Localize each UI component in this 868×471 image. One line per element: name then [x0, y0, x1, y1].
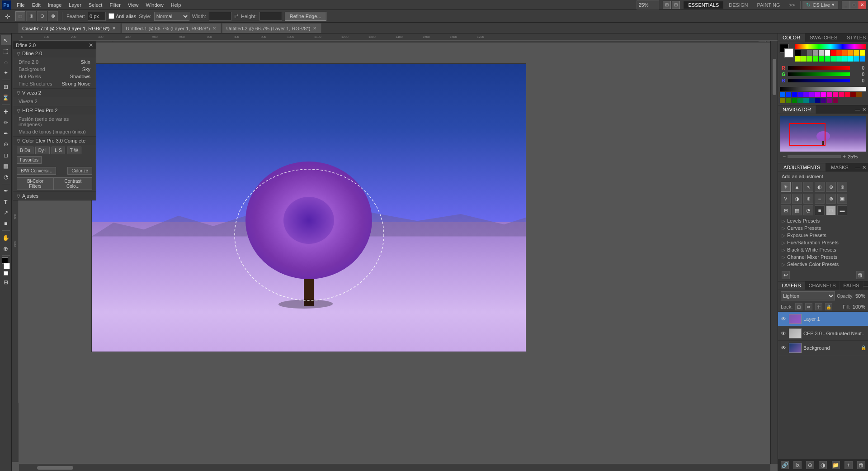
colorize-button[interactable]: Colorize	[67, 167, 92, 175]
eraser-tool[interactable]: ◻	[1, 150, 11, 160]
swatch-cccccc[interactable]	[819, 50, 824, 56]
zoom-tool[interactable]: ⊕	[1, 243, 11, 253]
layer-new-button[interactable]: +	[844, 461, 853, 469]
nav-panel-collapse[interactable]: —	[855, 107, 860, 112]
color-tab[interactable]: COLOR	[778, 33, 805, 42]
adj-channelmixer-icon[interactable]: ≡	[815, 194, 825, 204]
swatch-row-0000ff[interactable]	[792, 92, 797, 97]
swatch-row-ff0033[interactable]	[844, 92, 850, 97]
adj-preset-hue[interactable]: ▷ Hue/Saturation Presets	[778, 239, 868, 246]
colorefex-tab-fav[interactable]: Favoritos	[17, 156, 42, 164]
layer-link-button[interactable]: 🔗	[781, 461, 789, 469]
swatch-row-408000[interactable]	[786, 98, 791, 103]
tab-untitled1[interactable]: Untitled-1 @ 66.7% (Layer 1, RGB/8*) ✕	[122, 23, 221, 33]
layer-visibility-cep[interactable]: 👁	[780, 330, 787, 337]
layer-visibility-layer1[interactable]: 👁	[780, 315, 787, 323]
swatch-000000[interactable]	[795, 50, 801, 56]
swatch-66ff00[interactable]	[807, 56, 812, 62]
swatch-00ff66[interactable]	[830, 56, 836, 62]
swatch-666666[interactable]	[807, 50, 812, 56]
swatch-333333[interactable]	[801, 50, 807, 56]
subtract-selection-icon[interactable]: ⊖	[37, 11, 47, 21]
layer-visibility-background[interactable]: 👁	[780, 344, 787, 352]
menu-image[interactable]: Image	[45, 1, 65, 9]
swatch-ff6600[interactable]	[842, 50, 848, 56]
minimize-button[interactable]: _	[842, 1, 850, 9]
dodge-tool[interactable]: ◔	[1, 172, 11, 182]
swatch-ffff00[interactable]	[860, 50, 865, 56]
adj-return-icon[interactable]: ↩	[782, 271, 790, 279]
swatch-ff0000[interactable]	[830, 50, 836, 56]
adj-hue-icon[interactable]: ⊜	[837, 182, 847, 192]
cs-live-button[interactable]: ↻ CS Live ▾	[802, 1, 838, 9]
adj-preset-levels[interactable]: ▷ Levels Presets	[778, 217, 868, 224]
adj-preset-bw[interactable]: ▷ Black & White Presets	[778, 246, 868, 253]
dfine-close-icon[interactable]: ✕	[89, 42, 93, 48]
swatch-row-ff0099[interactable]	[833, 92, 838, 97]
swatch-ff3300[interactable]	[836, 50, 842, 56]
new-selection-icon[interactable]: □	[15, 11, 25, 21]
canvas-scrollbar-vertical[interactable]	[770, 41, 778, 464]
eyedropper-tool[interactable]: ⌛	[1, 93, 11, 103]
adj-exposure-icon[interactable]: ◐	[815, 182, 825, 192]
menu-filter[interactable]: Filter	[106, 1, 123, 9]
swatch-row-3300ff[interactable]	[797, 92, 803, 97]
shape-tool[interactable]: ■	[1, 219, 11, 228]
adjustments-tab[interactable]: ADJUSTMENTS	[778, 163, 826, 171]
swatch-row-0066ff[interactable]	[780, 92, 785, 97]
adj-levels-icon[interactable]: ▲	[792, 182, 802, 192]
marquee-tool[interactable]: ⬚	[1, 46, 11, 56]
channels-tab[interactable]: CHANNELS	[805, 281, 840, 290]
magic-wand-tool[interactable]: ✦	[1, 68, 11, 78]
adj-preset-exposure[interactable]: ▷ Exposure Presets	[778, 232, 868, 239]
swatch-row-800000[interactable]	[850, 92, 856, 97]
style-select[interactable]: Normal Fixed Ratio Fixed Size	[154, 12, 189, 21]
swatch-row-400080[interactable]	[821, 98, 826, 103]
adj-delete-icon[interactable]: 🗑	[856, 271, 864, 279]
layers-panel-collapse[interactable]: —	[863, 283, 868, 288]
adj-panel-collapse[interactable]: —	[855, 165, 860, 170]
menu-window[interactable]: Window	[143, 1, 167, 9]
swatch-00ff33[interactable]	[825, 56, 830, 62]
adj-curves-icon[interactable]: ∿	[803, 182, 813, 192]
zoom-input[interactable]	[637, 0, 659, 10]
layers-tab[interactable]: LAYERS	[778, 281, 805, 290]
styles-tab[interactable]: STYLES	[842, 33, 868, 42]
design-button[interactable]: DESIGN	[725, 1, 751, 9]
layer-item-layer1[interactable]: 👁 Layer 1	[778, 312, 868, 326]
path-select-tool[interactable]: ↗	[1, 208, 11, 218]
lock-all-button[interactable]: 🔒	[825, 303, 832, 310]
adj-panel-menu[interactable]: ✕	[862, 165, 866, 171]
swatch-row-000080[interactable]	[815, 98, 821, 103]
swatches-tab[interactable]: SWATCHES	[805, 33, 842, 42]
adj-preset-channelmix[interactable]: ▷ Channel Mixer Presets	[778, 253, 868, 261]
colorefex-tab-dyi[interactable]: Dy-I	[35, 147, 50, 154]
adj-threshold-icon[interactable]: ⊟	[781, 205, 791, 215]
menu-select[interactable]: Select	[85, 1, 106, 9]
pen-tool[interactable]: ✒	[1, 186, 11, 196]
bw-conversi-button[interactable]: B/W Conversi...	[17, 167, 56, 175]
nav-panel-menu[interactable]: ✕	[862, 107, 866, 113]
swatch-row-804000[interactable]	[856, 92, 862, 97]
viveza-section-header[interactable]: ▽ Viveza 2	[13, 89, 96, 97]
swatch-row-008000[interactable]	[792, 98, 797, 103]
tab-casair-close[interactable]: ✕	[112, 26, 116, 31]
swatch-ffffff[interactable]	[825, 50, 830, 56]
menu-view[interactable]: View	[125, 1, 142, 9]
nav-zoom-slider[interactable]	[788, 155, 841, 158]
height-input[interactable]	[259, 12, 282, 21]
swatch-999999[interactable]	[813, 50, 818, 56]
tab-untitled2-close[interactable]: ✕	[313, 26, 316, 31]
refine-edge-button[interactable]: Refine Edge...	[285, 12, 326, 21]
swatch-row-0033ff[interactable]	[786, 92, 791, 97]
nav-zoom-in-icon[interactable]: +	[843, 153, 846, 160]
lock-transparent-button[interactable]: ⊡	[795, 303, 802, 310]
r-slider[interactable]	[788, 66, 850, 70]
dfine-panel-title[interactable]: Dfine 2.0 ✕	[13, 41, 96, 49]
maximize-button[interactable]: □	[850, 1, 858, 9]
swatch-33ff00[interactable]	[813, 56, 818, 62]
layer-mask-button[interactable]: ⊙	[806, 461, 814, 469]
swatch-row-800040[interactable]	[833, 98, 838, 103]
hand-tool[interactable]: ✋	[1, 233, 11, 243]
grey-ramp[interactable]	[780, 87, 866, 91]
